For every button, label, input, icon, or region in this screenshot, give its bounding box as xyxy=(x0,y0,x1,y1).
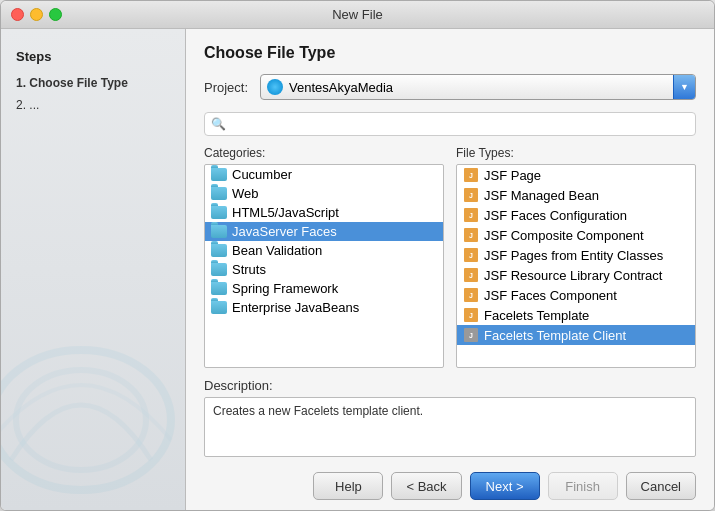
steps-heading: Steps xyxy=(16,49,170,64)
maximize-button[interactable] xyxy=(49,8,62,21)
window-title: New File xyxy=(332,7,383,22)
panel-title: Choose File Type xyxy=(204,44,696,62)
list-item[interactable]: HTML5/JavaScript xyxy=(205,203,443,222)
main-window: New File Steps 1. Choose File Type 2. ..… xyxy=(0,0,715,511)
file-icon: J xyxy=(463,307,479,323)
description-box: Creates a new Facelets template client. xyxy=(204,397,696,457)
categories-list[interactable]: Cucumber Web HTML5/JavaScript JavaS xyxy=(204,164,444,368)
search-bar[interactable]: 🔍 xyxy=(204,112,696,136)
title-bar: New File xyxy=(1,1,714,29)
list-item-javaserver-faces[interactable]: JavaServer Faces xyxy=(205,222,443,241)
lists-row: Categories: Cucumber Web HTML5/JavaSc xyxy=(204,146,696,368)
file-icon: J xyxy=(463,247,479,263)
folder-icon xyxy=(211,263,227,276)
list-item[interactable]: J JSF Pages from Entity Classes xyxy=(457,245,695,265)
list-item[interactable]: J JSF Resource Library Contract xyxy=(457,265,695,285)
file-icon: J xyxy=(463,187,479,203)
file-types-section: File Types: J JSF Page J JSF Managed Bea… xyxy=(456,146,696,368)
description-section: Description: Creates a new Facelets temp… xyxy=(204,378,696,457)
file-types-label: File Types: xyxy=(456,146,696,160)
file-icon: J xyxy=(463,167,479,183)
folder-icon xyxy=(211,168,227,181)
back-button[interactable]: < Back xyxy=(391,472,461,500)
list-item[interactable]: J JSF Faces Component xyxy=(457,285,695,305)
file-icon: J xyxy=(463,267,479,283)
help-button[interactable]: Help xyxy=(313,472,383,500)
list-item-facelets-template-client[interactable]: J Facelets Template Client xyxy=(457,325,695,345)
button-row: Help < Back Next > Finish Cancel xyxy=(204,467,696,500)
folder-icon xyxy=(211,301,227,314)
project-select[interactable]: VentesAkyaMedia xyxy=(260,74,696,100)
file-icon: J xyxy=(463,327,479,343)
list-item[interactable]: Enterprise JavaBeans xyxy=(205,298,443,317)
file-icon: J xyxy=(463,207,479,223)
project-label: Project: xyxy=(204,80,252,95)
description-label: Description: xyxy=(204,378,696,393)
project-row: Project: VentesAkyaMedia xyxy=(204,74,696,100)
search-icon: 🔍 xyxy=(211,117,226,131)
file-icon: J xyxy=(463,287,479,303)
folder-icon xyxy=(211,187,227,200)
list-item[interactable]: J JSF Page xyxy=(457,165,695,185)
step-1-label: Choose File Type xyxy=(29,76,127,90)
project-dropdown-arrow[interactable] xyxy=(673,75,695,99)
sidebar: Steps 1. Choose File Type 2. ... xyxy=(1,29,186,510)
folder-icon xyxy=(211,206,227,219)
folder-icon xyxy=(211,282,227,295)
file-icon: J xyxy=(463,227,479,243)
folder-icon xyxy=(211,225,227,238)
list-item[interactable]: Cucumber xyxy=(205,165,443,184)
description-text: Creates a new Facelets template client. xyxy=(213,404,423,418)
next-button[interactable]: Next > xyxy=(470,472,540,500)
folder-icon xyxy=(211,244,227,257)
step-2: 2. ... xyxy=(16,96,170,114)
cancel-button[interactable]: Cancel xyxy=(626,472,696,500)
file-types-list[interactable]: J JSF Page J JSF Managed Bean J JSF Face… xyxy=(456,164,696,368)
step-2-label: ... xyxy=(29,98,39,112)
list-item[interactable]: J JSF Faces Configuration xyxy=(457,205,695,225)
finish-button[interactable]: Finish xyxy=(548,472,618,500)
main-content: Steps 1. Choose File Type 2. ... Choose … xyxy=(1,29,714,510)
close-button[interactable] xyxy=(11,8,24,21)
list-item[interactable]: Web xyxy=(205,184,443,203)
step-1-number: 1. xyxy=(16,76,26,90)
list-item[interactable]: J Facelets Template xyxy=(457,305,695,325)
step-2-number: 2. xyxy=(16,98,26,112)
minimize-button[interactable] xyxy=(30,8,43,21)
step-1: 1. Choose File Type xyxy=(16,74,170,92)
list-item[interactable]: J JSF Composite Component xyxy=(457,225,695,245)
globe-icon xyxy=(267,79,283,95)
project-value: VentesAkyaMedia xyxy=(289,80,393,95)
list-item[interactable]: Spring Framework xyxy=(205,279,443,298)
traffic-lights xyxy=(11,8,62,21)
list-item[interactable]: J JSF Managed Bean xyxy=(457,185,695,205)
right-panel: Choose File Type Project: VentesAkyaMedi… xyxy=(186,29,714,510)
categories-section: Categories: Cucumber Web HTML5/JavaSc xyxy=(204,146,444,368)
categories-label: Categories: xyxy=(204,146,444,160)
watermark xyxy=(1,300,181,500)
list-item[interactable]: Bean Validation xyxy=(205,241,443,260)
list-item[interactable]: Struts xyxy=(205,260,443,279)
